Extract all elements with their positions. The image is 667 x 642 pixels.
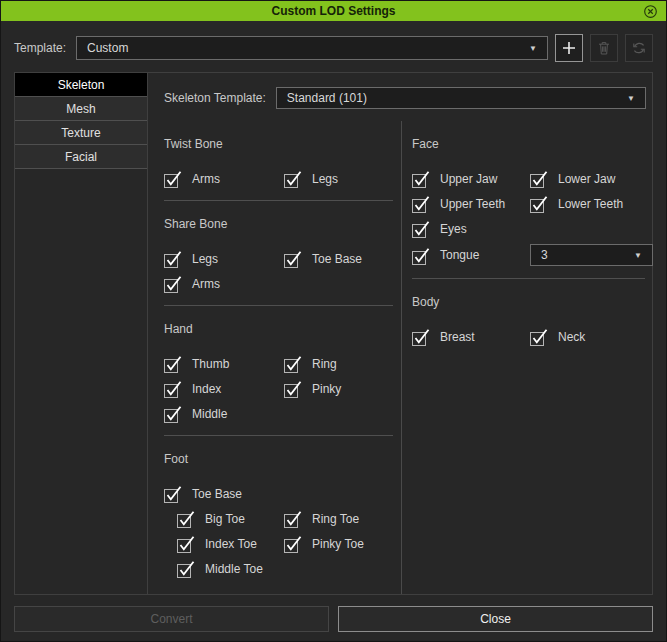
checkbox-pinky-toe[interactable]: Pinky Toe	[284, 534, 401, 553]
checkbox-row: Tongue3▼	[412, 244, 653, 266]
skeleton-template-label: Skeleton Template:	[164, 91, 266, 105]
section-divider	[412, 278, 645, 279]
checkbox-thumb[interactable]: Thumb	[164, 354, 284, 373]
checkbox-legs[interactable]: Legs	[284, 169, 401, 188]
add-template-button[interactable]	[555, 34, 583, 62]
checkbox-label: Tongue	[440, 248, 479, 262]
checkbox-label: Upper Teeth	[440, 197, 505, 211]
checkbox-lower-jaw[interactable]: Lower Jaw	[530, 169, 653, 188]
checkbox-breast[interactable]: Breast	[412, 327, 530, 346]
reset-template-button[interactable]	[625, 34, 653, 62]
checkbox-row: Index ToePinky Toe	[164, 534, 401, 553]
checkbox-row: ArmsLegs	[164, 169, 401, 188]
checkbox-label: Middle Toe	[205, 562, 263, 576]
checkbox-row: IndexPinky	[164, 379, 401, 398]
checkbox-label: Index Toe	[205, 537, 257, 551]
checkbox-upper-teeth[interactable]: Upper Teeth	[412, 194, 530, 213]
checkbox-middle[interactable]: Middle	[164, 404, 284, 423]
convert-button[interactable]: Convert	[14, 606, 329, 632]
skeleton-template-row: Skeleton Template: Standard (101) ▼	[148, 73, 652, 109]
checkbox-toe-base[interactable]: Toe Base	[284, 249, 401, 268]
checkbox-label: Thumb	[192, 357, 229, 371]
checkbox-tongue[interactable]: Tongue	[412, 246, 530, 265]
checkbox-lower-teeth[interactable]: Lower Teeth	[530, 194, 653, 213]
checkbox-label: Upper Jaw	[440, 172, 497, 186]
tongue-count-dropdown[interactable]: 3▼	[530, 244, 653, 266]
checkbox-arms[interactable]: Arms	[164, 274, 284, 293]
checked-checkbox-icon	[412, 327, 431, 346]
checkbox-row: Eyes	[412, 219, 653, 238]
checkbox-label: Lower Teeth	[558, 197, 623, 211]
checkbox-big-toe[interactable]: Big Toe	[177, 509, 284, 528]
template-label: Template:	[14, 41, 66, 55]
footer: Convert Close	[14, 606, 653, 632]
checked-checkbox-icon	[177, 534, 196, 553]
titlebar: Custom LOD Settings	[1, 1, 666, 21]
section-divider	[164, 200, 393, 201]
skeleton-template-dropdown-value: Standard (101)	[287, 91, 619, 105]
checkbox-ring[interactable]: Ring	[284, 354, 401, 373]
checkbox-pinky[interactable]: Pinky	[284, 379, 401, 398]
sidebar-item-texture[interactable]: Texture	[15, 121, 147, 145]
section-title-body: Body	[412, 295, 653, 309]
checkbox-legs[interactable]: Legs	[164, 249, 284, 268]
checked-checkbox-icon	[284, 249, 303, 268]
template-actions	[548, 34, 653, 62]
checkbox-label: Toe Base	[192, 487, 242, 501]
section-title-share-bone: Share Bone	[164, 217, 401, 231]
chevron-down-icon: ▼	[627, 94, 635, 103]
window-title: Custom LOD Settings	[271, 4, 395, 18]
checked-checkbox-icon	[530, 169, 549, 188]
checked-checkbox-icon	[177, 559, 196, 578]
trash-icon	[596, 40, 612, 56]
checkbox-label: Arms	[192, 172, 220, 186]
checkbox-ring-toe[interactable]: Ring Toe	[284, 509, 401, 528]
checked-checkbox-icon	[412, 194, 431, 213]
checked-checkbox-icon	[164, 354, 183, 373]
checked-checkbox-icon	[164, 484, 183, 503]
checkbox-neck[interactable]: Neck	[530, 327, 653, 346]
checkbox-row: Upper TeethLower Teeth	[412, 194, 653, 213]
checked-checkbox-icon	[530, 327, 549, 346]
checkbox-label: Big Toe	[205, 512, 245, 526]
checked-checkbox-icon	[284, 169, 303, 188]
checkbox-row: BreastNeck	[412, 327, 653, 346]
checked-checkbox-icon	[164, 379, 183, 398]
checkbox-label: Eyes	[440, 222, 467, 236]
sidebar-item-facial[interactable]: Facial	[15, 145, 147, 169]
checkbox-eyes[interactable]: Eyes	[412, 219, 530, 238]
close-icon[interactable]	[642, 3, 658, 19]
checked-checkbox-icon	[284, 379, 303, 398]
checkbox-label: Index	[192, 382, 221, 396]
checkbox-label: Neck	[558, 330, 585, 344]
checkbox-columns: Twist BoneArmsLegsShare BoneLegsToe Base…	[148, 121, 652, 594]
sidebar: SkeletonMeshTextureFacial	[15, 73, 148, 594]
checked-checkbox-icon	[412, 246, 431, 265]
template-dropdown-value: Custom	[87, 41, 521, 55]
delete-template-button[interactable]	[590, 34, 618, 62]
sidebar-item-mesh[interactable]: Mesh	[15, 97, 147, 121]
checkbox-row: ThumbRing	[164, 354, 401, 373]
checkbox-label: Breast	[440, 330, 475, 344]
checkbox-index-toe[interactable]: Index Toe	[177, 534, 284, 553]
checked-checkbox-icon	[284, 509, 303, 528]
section-title-hand: Hand	[164, 322, 401, 336]
checkbox-toe-base[interactable]: Toe Base	[164, 484, 284, 503]
checkbox-arms[interactable]: Arms	[164, 169, 284, 188]
custom-lod-settings-dialog: Custom LOD Settings Template: Custom ▼ S…	[0, 0, 667, 642]
chevron-down-icon: ▼	[634, 251, 642, 260]
checked-checkbox-icon	[530, 194, 549, 213]
checked-checkbox-icon	[164, 274, 183, 293]
checkbox-upper-jaw[interactable]: Upper Jaw	[412, 169, 530, 188]
skeleton-template-dropdown[interactable]: Standard (101) ▼	[276, 87, 646, 109]
checkbox-label: Legs	[312, 172, 338, 186]
close-button[interactable]: Close	[338, 606, 653, 632]
plus-icon	[561, 40, 577, 56]
checkbox-middle-toe[interactable]: Middle Toe	[177, 559, 284, 578]
sidebar-item-skeleton[interactable]: Skeleton	[15, 73, 147, 97]
checkbox-row: Arms	[164, 274, 401, 293]
chevron-down-icon: ▼	[529, 44, 537, 53]
checked-checkbox-icon	[177, 509, 196, 528]
template-dropdown[interactable]: Custom ▼	[76, 36, 548, 60]
checkbox-index[interactable]: Index	[164, 379, 284, 398]
